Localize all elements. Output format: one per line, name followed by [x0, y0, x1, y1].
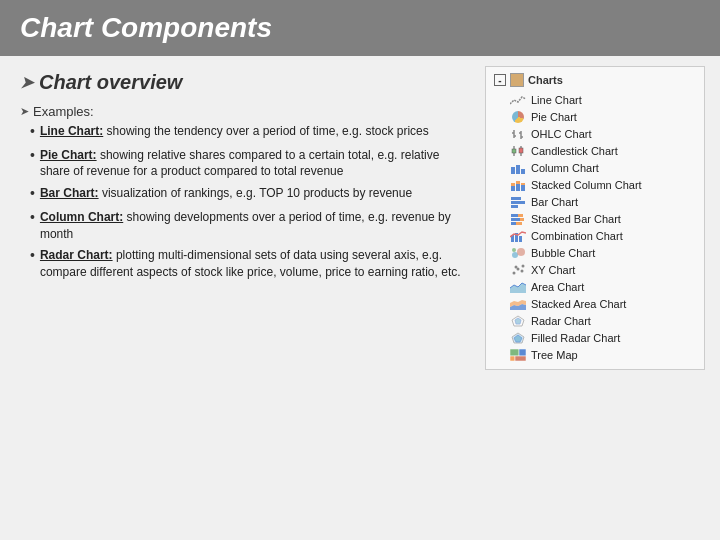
svg-point-36: [521, 269, 524, 272]
svg-point-34: [513, 271, 516, 274]
text: showing the tendency over a period of ti…: [103, 124, 429, 138]
tree-item-candlestick-chart[interactable]: Candlestick Chart: [510, 142, 696, 159]
tree-item-stacked-column-chart[interactable]: Stacked Column Chart: [510, 176, 696, 193]
xy-chart-icon: [510, 263, 526, 277]
svg-rect-47: [519, 349, 526, 356]
filled-radar-chart-icon: [510, 331, 526, 345]
svg-rect-25: [520, 218, 524, 221]
radar-chart-icon: [510, 314, 526, 328]
text: showing relative shares compared to a ce…: [40, 148, 440, 179]
tree-item-treemap[interactable]: Tree Map: [510, 346, 696, 363]
treemap-icon: [510, 348, 526, 362]
left-panel: Chart overview Examples: Line Chart: sho…: [15, 66, 475, 370]
tree-header: - Charts: [494, 73, 696, 87]
column-chart-icon: [510, 161, 526, 175]
slide: Chart Components Chart overview Examples…: [0, 0, 720, 540]
list-item: Line Chart: showing the tendency over a …: [30, 123, 470, 142]
svg-rect-27: [516, 222, 522, 225]
bubble-chart-icon: [510, 246, 526, 260]
ohlc-chart-icon: [510, 127, 526, 141]
tree-item-pie-chart[interactable]: Pie Chart: [510, 108, 696, 125]
combination-chart-icon: [510, 229, 526, 243]
folder-icon: [510, 73, 524, 87]
svg-rect-22: [511, 214, 518, 217]
tree-item-stacked-bar-chart[interactable]: Stacked Bar Chart: [510, 210, 696, 227]
svg-point-37: [515, 265, 518, 268]
tree-item-bar-chart[interactable]: Bar Chart: [510, 193, 696, 210]
text: visualization of rankings, e.g. TOP 10 p…: [99, 186, 413, 200]
svg-rect-13: [511, 186, 515, 191]
list-item: Column Chart: showing developments over …: [30, 209, 470, 243]
svg-rect-48: [510, 356, 515, 361]
title-bar: Chart Components: [0, 0, 720, 56]
svg-rect-9: [519, 148, 523, 153]
area-chart-icon: [510, 280, 526, 294]
svg-rect-20: [511, 201, 525, 204]
svg-point-31: [512, 252, 518, 258]
svg-point-33: [512, 248, 516, 252]
tree-item-bubble-chart[interactable]: Bubble Chart: [510, 244, 696, 261]
tree-item-area-chart[interactable]: Area Chart: [510, 278, 696, 295]
svg-rect-7: [512, 149, 516, 153]
svg-rect-15: [516, 184, 520, 191]
tree-item-combination-chart[interactable]: Combination Chart: [510, 227, 696, 244]
svg-rect-46: [510, 349, 519, 356]
svg-point-32: [517, 248, 525, 256]
svg-rect-17: [521, 185, 525, 191]
svg-rect-10: [511, 167, 515, 174]
right-panel: - Charts Line Chart Pie Chart: [485, 66, 705, 370]
term: Bar Chart:: [40, 186, 99, 200]
stacked-column-chart-icon: [510, 178, 526, 192]
svg-rect-19: [511, 197, 521, 200]
bar-chart-icon: [510, 195, 526, 209]
stacked-bar-chart-icon: [510, 212, 526, 226]
term: Pie Chart:: [40, 148, 97, 162]
svg-rect-12: [521, 169, 525, 174]
pie-chart-icon: [510, 110, 526, 124]
svg-point-38: [522, 264, 525, 267]
tree-item-xy-chart[interactable]: XY Chart: [510, 261, 696, 278]
list-item: Bar Chart: visualization of rankings, e.…: [30, 185, 470, 204]
section-heading: Chart overview: [20, 71, 470, 94]
stacked-area-chart-icon: [510, 297, 526, 311]
tree-item-filled-radar-chart[interactable]: Filled Radar Chart: [510, 329, 696, 346]
content-area: Chart overview Examples: Line Chart: sho…: [0, 56, 720, 380]
svg-marker-43: [515, 318, 521, 324]
term: Line Chart:: [40, 124, 103, 138]
svg-rect-24: [511, 218, 520, 221]
list-item: Radar Chart: plotting multi-dimensional …: [30, 247, 470, 281]
term: Column Chart:: [40, 210, 123, 224]
tree-item-line-chart[interactable]: Line Chart: [510, 91, 696, 108]
term: Radar Chart:: [40, 248, 113, 262]
svg-rect-23: [518, 214, 523, 217]
line-chart-icon: [510, 93, 526, 107]
slide-title: Chart Components: [20, 12, 700, 44]
tree-item-column-chart[interactable]: Column Chart: [510, 159, 696, 176]
collapse-icon[interactable]: -: [494, 74, 506, 86]
tree-item-stacked-area-chart[interactable]: Stacked Area Chart: [510, 295, 696, 312]
tree-root-label: Charts: [528, 74, 563, 86]
list-item: Pie Chart: showing relative shares compa…: [30, 147, 470, 181]
svg-rect-49: [515, 356, 526, 361]
svg-rect-11: [516, 165, 520, 174]
tree-item-radar-chart[interactable]: Radar Chart: [510, 312, 696, 329]
svg-rect-16: [516, 181, 520, 184]
bullet-list: Line Chart: showing the tendency over a …: [20, 123, 470, 281]
svg-rect-21: [511, 205, 518, 208]
svg-marker-39: [510, 283, 526, 293]
examples-label: Examples:: [20, 104, 470, 119]
svg-rect-18: [521, 183, 525, 185]
tree-item-ohlc-chart[interactable]: OHLC Chart: [510, 125, 696, 142]
svg-rect-30: [519, 236, 522, 242]
tree-list: Line Chart Pie Chart: [494, 91, 696, 363]
svg-rect-14: [511, 183, 515, 186]
svg-rect-26: [511, 222, 516, 225]
candlestick-chart-icon: [510, 144, 526, 158]
